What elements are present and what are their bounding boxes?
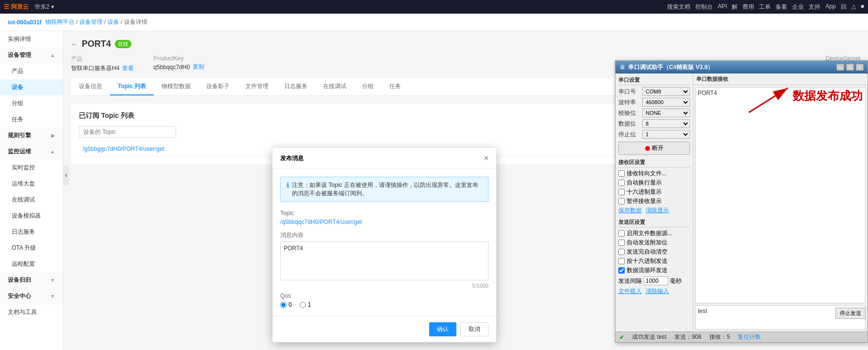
ticket-link[interactable]: 工单 [759, 3, 771, 11]
save-data-link[interactable]: 保存数据 [618, 206, 642, 215]
stop-send-button[interactable]: 停止发送 [835, 308, 866, 319]
serial-close-btn[interactable]: × [856, 64, 864, 71]
confirm-button[interactable]: 确认 [429, 322, 456, 336]
copy-product-key[interactable]: 复制 [193, 63, 204, 71]
enterprise-link[interactable]: 企业 [792, 3, 804, 11]
tab-log-service[interactable]: 日志服务 [276, 78, 315, 95]
sidebar-item-group[interactable]: 分组 [0, 95, 63, 111]
sidebar-section-device-mgmt[interactable]: 设备管理 ▲ [0, 47, 63, 63]
baud-label: 波特率 [618, 98, 640, 107]
baud-row: 波特率 460800 [618, 98, 690, 107]
sidebar-section-rule[interactable]: 规则引擎 ▶ [0, 128, 63, 144]
sidebar-item-log[interactable]: 日志服务 [0, 224, 63, 240]
product-view-link[interactable]: 查看 [122, 64, 134, 73]
reset-count-link[interactable]: 复位计数 [738, 333, 761, 341]
instance-id[interactable]: iot-060a031f [8, 19, 41, 26]
baud-select[interactable]: 460800 [642, 98, 690, 107]
manual-input-link[interactable]: 清除输入 [646, 287, 669, 295]
explain-link[interactable]: 解 [732, 3, 738, 11]
tab-device-info[interactable]: 设备信息 [71, 78, 110, 95]
dialog-close-button[interactable]: × [484, 154, 488, 163]
aliyun-logo: ☰ 阿里云 [4, 3, 29, 11]
cancel-button[interactable]: 取消 [460, 322, 488, 336]
dialog-footer: 确认 取消 [272, 316, 496, 342]
breadcrumb-device[interactable]: 设备 [108, 18, 119, 25]
app-link[interactable]: App [825, 3, 835, 11]
sidebar-item-ops-board[interactable]: 运维大盘 [0, 176, 63, 192]
tab-file-mgmt[interactable]: 文件管理 [237, 78, 276, 95]
qos-radio-1[interactable] [300, 302, 306, 308]
file-load-link[interactable]: 文件载入 [618, 287, 642, 295]
topic-search-input[interactable] [79, 126, 176, 138]
port-select[interactable]: COM8 [642, 87, 690, 96]
send-check-1[interactable] [618, 239, 625, 246]
tab-group[interactable]: 分组 [354, 78, 381, 95]
sidebar-section-security[interactable]: 安全中心 ▼ [0, 288, 63, 304]
send-check-2[interactable] [618, 249, 625, 255]
sidebar-item-docs-tools[interactable]: 文档与工具 [0, 304, 63, 320]
send-check-4[interactable] [618, 267, 625, 274]
tab-online-debug[interactable]: 在线调试 [315, 78, 354, 95]
parity-select[interactable]: NONE [642, 109, 690, 117]
sidebar-section-device-group[interactable]: 设备归归 ▼ [0, 272, 63, 288]
page-title: PORT4 [82, 39, 111, 49]
parity-label: 校验位 [618, 109, 640, 117]
dialog-body: ℹ 注意：如果该 Topic 正在被使用，请谨慎操作，以防出现异常。这里发布的消… [272, 169, 496, 316]
sidebar-item-simulator[interactable]: 设备模拟器 [0, 208, 63, 224]
breadcrumb-iot[interactable]: 物联网平台 [45, 18, 74, 25]
send-interval-input[interactable] [644, 276, 668, 285]
back-button[interactable]: ← [71, 40, 78, 48]
message-content-input[interactable]: PORT4 [280, 241, 488, 280]
api-link[interactable]: API [718, 3, 727, 11]
second-nav: iot-060a031f 物联网平台 / 设备管理 / 设备 / 设备详情 [0, 14, 868, 31]
tab-task[interactable]: 任务 [381, 78, 409, 95]
sidebar-item-product[interactable]: 产品 [0, 63, 63, 79]
clear-display-link[interactable]: 清除显示 [646, 206, 669, 215]
region-selector[interactable]: 华东2 ▾ [35, 3, 54, 11]
recv-check-0[interactable] [618, 170, 625, 177]
disconnect-button[interactable]: 断开 [618, 142, 690, 155]
tab-thing-model[interactable]: 物模型数据 [154, 78, 199, 95]
send-check-0[interactable] [618, 230, 625, 237]
record-link[interactable]: 备案 [776, 3, 787, 11]
recv-count: 接收：5 [709, 333, 730, 341]
recv-check-1[interactable] [618, 180, 625, 186]
recv-check-2[interactable] [618, 189, 625, 195]
recv-check-3[interactable] [618, 198, 625, 204]
product-info-row: 产品 智联串口服务器H4 查看 [71, 55, 134, 73]
info-icon: ℹ [287, 181, 289, 198]
send-opt-4: 数据流循环发送 [618, 266, 690, 275]
search-docs[interactable]: 搜索文档 [667, 3, 690, 11]
nav-icon-2[interactable]: ■ [861, 3, 864, 11]
parity-row: 校验位 NONE [618, 109, 690, 117]
serial-title-bar: 🖥 串口调试助手（C#精装版 V3.8） – □ × [615, 61, 868, 74]
nav-icon-1[interactable]: 回 [841, 3, 847, 11]
sidebar-item-remote-config[interactable]: 远程配置 [0, 256, 63, 272]
sidebar-item-online-debug[interactable]: 在线调试 [0, 192, 63, 208]
serial-window: 🖥 串口调试助手（C#精装版 V3.8） – □ × 串口设置 串口号 [615, 60, 868, 343]
send-check-3[interactable] [618, 258, 625, 264]
serial-body: 串口设置 串口号 COM8 波特率 460800 校验位 [615, 74, 868, 332]
support-link[interactable]: 支持 [809, 3, 820, 11]
sidebar-item-device[interactable]: 设备 [0, 79, 63, 95]
serial-restore-btn[interactable]: □ [846, 64, 854, 71]
serial-minimize-btn[interactable]: – [836, 64, 844, 71]
sidebar-item-task[interactable]: 任务 [0, 111, 63, 128]
dialog-notice: ℹ 注意：如果该 Topic 正在被使用，请谨慎操作，以防出现异常。这里发布的消… [280, 177, 488, 202]
sidebar-item-realtime[interactable]: 实时监控 [0, 160, 63, 176]
cost-link[interactable]: 费用 [742, 3, 754, 11]
tab-device-shadow[interactable]: 设备影子 [199, 78, 237, 95]
sidebar-collapse-toggle[interactable]: ‹ [63, 166, 69, 185]
qos-radio-0[interactable] [280, 302, 287, 308]
sidebar-section-monitor[interactable]: 监控运维 ▲ [0, 144, 63, 160]
send-settings-title: 发送区设置 [618, 219, 690, 227]
stopbits-select[interactable]: 1 [642, 130, 690, 139]
databits-select[interactable]: 8 [642, 119, 690, 128]
serial-recv-area[interactable]: PORT4 [695, 87, 866, 303]
breadcrumb-device-mgmt[interactable]: 设备管理 [79, 18, 103, 25]
sidebar-item-ota[interactable]: OTA 升级 [0, 240, 63, 256]
sidebar-item-instance[interactable]: 实例详情 [0, 31, 63, 47]
console-link[interactable]: 控制台 [695, 3, 713, 11]
tab-topic-list[interactable]: Topic 列表 [110, 78, 154, 95]
bell-icon[interactable]: △ [851, 3, 856, 11]
